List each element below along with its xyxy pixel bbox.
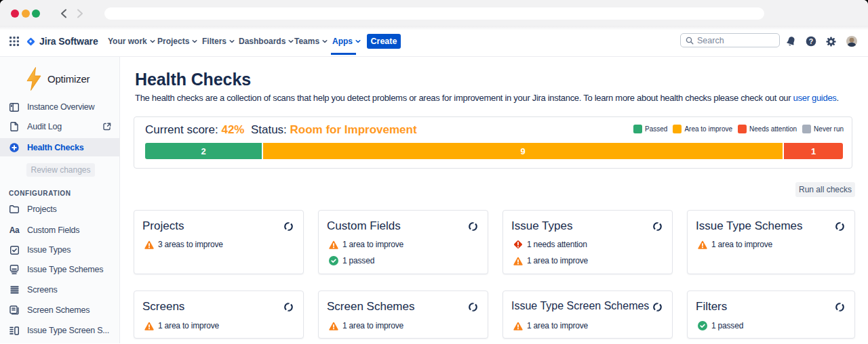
svg-text:?: ? xyxy=(809,37,813,45)
